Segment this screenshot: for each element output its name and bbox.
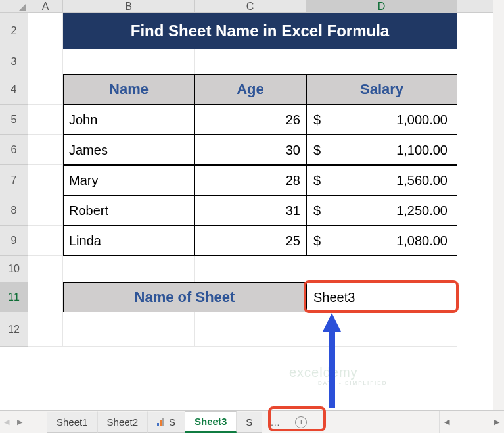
col-header-B[interactable]: B [63,0,195,13]
cell-salary-1[interactable]: $ 1,100.00 [306,135,457,165]
cell-A9[interactable] [28,226,63,256]
tab-sheet-chart[interactable]: S [148,411,185,433]
spreadsheet-grid: A B C D 2 Find Sheet Name in Excel Formu… [0,0,504,347]
cell-age-0[interactable]: 26 [195,105,306,135]
row-header-5[interactable]: 5 [0,105,28,135]
cell-A11[interactable] [28,282,63,312]
watermark-main: exceldemy [289,365,358,380]
cell-A7[interactable] [28,165,63,195]
tab-nav-prev[interactable]: ◀ [0,411,13,433]
cell-A6[interactable] [28,135,63,165]
tab-sheet-partial[interactable]: S [237,411,262,433]
watermark-sub: DATA • SIMPLIFIED [318,380,387,386]
cell-D12[interactable] [306,312,457,347]
cell-name-4[interactable]: Linda [63,226,195,256]
plus-icon: + [295,416,307,428]
row-header-8[interactable]: 8 [0,195,28,226]
row-header-9[interactable]: 9 [0,226,28,256]
cell-B10[interactable] [63,256,195,282]
table-header-salary[interactable]: Salary [306,74,457,105]
cell-name-1[interactable]: James [63,135,195,165]
currency-symbol: $ [312,112,321,128]
cell-A2[interactable] [28,13,63,49]
table-header-name[interactable]: Name [63,74,195,105]
row-header-4[interactable]: 4 [0,74,28,105]
scroll-track[interactable] [454,411,490,433]
cell-D3[interactable] [306,49,457,74]
col-header-C[interactable]: C [195,0,306,13]
currency-symbol: $ [312,233,321,249]
title-merged[interactable]: Find Sheet Name in Excel Formula [63,13,457,49]
cell-A4[interactable] [28,74,63,105]
cell-age-1[interactable]: 30 [195,135,306,165]
tab-sheet1[interactable]: Sheet1 [47,411,98,433]
cell-salary-2[interactable]: $ 1,560.00 [306,165,457,195]
cell-name-3[interactable]: Robert [63,195,195,226]
cell-age-4[interactable]: 25 [195,226,306,256]
cell-C12[interactable] [195,312,306,347]
cell-A8[interactable] [28,195,63,226]
sheet-name-result-cell[interactable]: Sheet3 [306,282,457,312]
salary-value-3: 1,250.00 [396,203,451,218]
row-header-2[interactable]: 2 [0,13,28,49]
salary-value-1: 1,100.00 [396,143,451,158]
tab-overflow[interactable]: … [262,411,288,433]
row-header-10[interactable]: 10 [0,256,28,282]
currency-symbol: $ [312,173,321,188]
cell-name-2[interactable]: Mary [63,165,195,195]
chart-icon [157,418,166,426]
col-header-D[interactable]: D [306,0,457,13]
cell-name-0[interactable]: John [63,105,195,135]
cell-salary-4[interactable]: $ 1,080.00 [306,226,457,256]
salary-value-2: 1,560.00 [396,173,451,188]
row-header-12[interactable]: 12 [0,312,28,347]
row-header-7[interactable]: 7 [0,165,28,195]
row-header-6[interactable]: 6 [0,135,28,165]
cell-salary-3[interactable]: $ 1,250.00 [306,195,457,226]
add-sheet-button[interactable]: + [288,411,313,433]
salary-value-4: 1,080.00 [396,233,451,249]
cell-C3[interactable] [195,49,306,74]
cell-C10[interactable] [195,256,306,282]
tab-nav-next[interactable]: ▶ [13,411,26,433]
tab-partial-label: S [246,416,252,428]
tab-sheet3[interactable]: Sheet3 [185,411,237,433]
select-all-corner[interactable] [0,0,28,13]
horizontal-scrollbar[interactable]: ◀ ▶ [439,411,504,433]
cell-age-3[interactable]: 31 [195,195,306,226]
name-of-sheet-label[interactable]: Name of Sheet [63,282,306,312]
tab-chart-label: S [169,416,175,428]
cell-A3[interactable] [28,49,63,74]
table-header-age[interactable]: Age [195,74,306,105]
cell-A10[interactable] [28,256,63,282]
cell-A12[interactable] [28,312,63,347]
cell-A5[interactable] [28,105,63,135]
scroll-left-button[interactable]: ◀ [440,411,454,433]
cell-B3[interactable] [63,49,195,74]
salary-value-0: 1,000.00 [396,112,451,128]
cell-age-2[interactable]: 28 [195,165,306,195]
currency-symbol: $ [312,203,321,218]
col-header-A[interactable]: A [28,0,63,13]
tab-sheet2[interactable]: Sheet2 [98,411,149,433]
cell-salary-0[interactable]: $ 1,000.00 [306,105,457,135]
row-header-11[interactable]: 11 [0,282,28,312]
cell-D10[interactable] [306,256,457,282]
row-header-3[interactable]: 3 [0,49,28,74]
watermark: exceldemy DATA • SIMPLIFIED [289,365,387,386]
currency-symbol: $ [312,143,321,158]
scroll-right-button[interactable]: ▶ [490,411,504,433]
sheet-tab-bar: ◀ ▶ Sheet1 Sheet2 S Sheet3 S … + ◀ ▶ [0,410,504,433]
cell-B12[interactable] [63,312,195,347]
vertical-scrollbar[interactable] [493,0,504,410]
